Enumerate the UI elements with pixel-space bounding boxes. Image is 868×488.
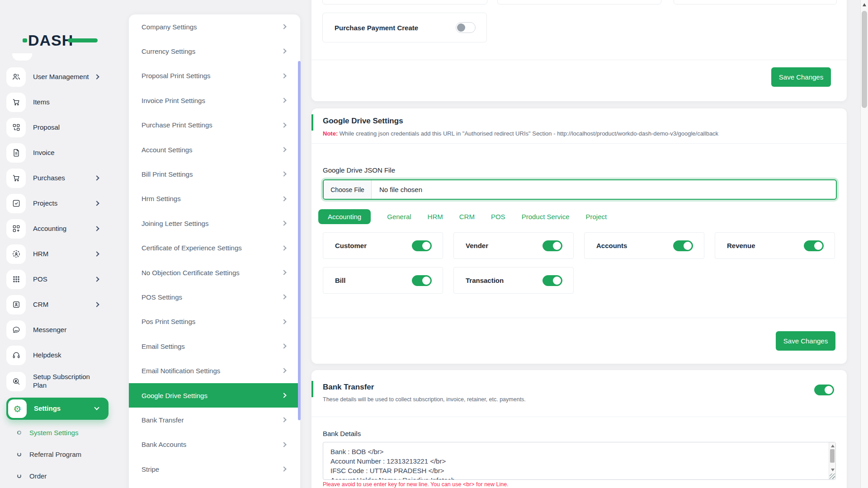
chevron-right-icon [281, 196, 286, 201]
sidebar-subitem-system-settings[interactable]: System Settings [17, 427, 108, 438]
toggle-knob [422, 242, 430, 250]
customer-toggle[interactable] [412, 240, 432, 251]
tab-hrm[interactable]: HRM [428, 213, 443, 221]
sidebar-subitem-label: Order [29, 472, 47, 480]
settings-menu-scrollbar[interactable] [298, 61, 301, 420]
settings-menu-item-bill-print[interactable]: Bill Print Settings [129, 162, 300, 186]
purchase-payment-create-toggle[interactable] [456, 22, 476, 33]
menu-item-label: Company Settings [142, 23, 197, 31]
tab-product-service[interactable]: Product Service [522, 213, 570, 221]
sidebar-item-hrm[interactable]: HRM [6, 244, 108, 264]
settings-menu-item-pos-print[interactable]: Pos Print Settings [129, 310, 300, 334]
app-logo: DASH [28, 32, 91, 49]
sidebar-item-setup-subscription-plan[interactable]: Setup Subscription Plan [6, 369, 108, 394]
toggle-knob [825, 386, 833, 394]
scrollbar-thumb[interactable] [830, 449, 835, 463]
logo-dot-accent [23, 38, 27, 42]
settings-menu-item-hrm[interactable]: Hrm Settings [129, 187, 300, 211]
sidebar-item-purchases[interactable]: Purchases [6, 168, 108, 188]
sidebar-item-proposal[interactable]: Proposal [6, 117, 108, 137]
scroll-up-icon[interactable] [863, 3, 866, 6]
bill-toggle[interactable] [412, 275, 432, 286]
module-toggle-grid: Customer Vender Accounts Revenue Bill Tr… [323, 232, 835, 294]
sidebar-subitem-referral-program[interactable]: Referral Program [17, 449, 108, 460]
resize-grip-icon[interactable] [830, 474, 835, 479]
sidebar-item-label: Messenger [33, 326, 66, 334]
logo-text: DASH [28, 32, 73, 49]
tab-accounting[interactable]: Accounting [318, 209, 371, 224]
check-square-icon [6, 194, 26, 213]
settings-menu-item-currency[interactable]: Currency Settings [129, 39, 300, 63]
textarea-scrollbar[interactable] [829, 442, 835, 479]
sidebar-item-label: Invoice [33, 149, 55, 157]
sidebar-subitem-order[interactable]: Order [17, 470, 108, 481]
section-title: Google Drive Settings [323, 117, 403, 126]
sidebar-item-projects[interactable]: Projects [6, 193, 108, 213]
scroll-up-icon[interactable] [831, 445, 835, 447]
sidebar-item-label: HRM [33, 250, 48, 258]
vender-toggle[interactable] [542, 240, 562, 251]
settings-menu-item-pos[interactable]: POS Settings [129, 285, 300, 309]
users-icon [6, 67, 26, 87]
setting-box [497, 0, 661, 5]
scrollbar-thumb[interactable] [862, 11, 867, 108]
sidebar-item-accounting[interactable]: Accounting [6, 219, 108, 239]
google-drive-json-file-input[interactable]: Choose File No file chosen [323, 179, 837, 200]
module-label: Accounts [596, 242, 627, 249]
scroll-down-icon[interactable] [831, 469, 835, 471]
module-label: Customer [335, 242, 367, 249]
settings-menu-item-no-objection[interactable]: No Objection Certificate Settings [129, 260, 300, 285]
bank-transfer-toggle[interactable] [814, 385, 834, 395]
chevron-right-icon [281, 147, 286, 152]
tab-pos[interactable]: POS [491, 213, 505, 221]
sidebar-item-settings[interactable]: ⚙ Settings [6, 398, 108, 420]
accounts-toggle[interactable] [673, 240, 693, 251]
chevron-right-icon [281, 172, 286, 177]
module-label: Vender [466, 242, 488, 249]
settings-menu-item-invoice-print[interactable]: Invoice Print Settings [129, 88, 300, 113]
sidebar-item-crm[interactable]: CRM [6, 295, 108, 314]
tab-project[interactable]: Project [586, 213, 607, 221]
settings-menu-item-stripe[interactable]: Stripe [129, 457, 300, 481]
toggle-knob [814, 242, 822, 250]
menu-item-label: Hrm Settings [142, 195, 181, 202]
save-changes-button[interactable]: Save Changes [771, 67, 831, 87]
settings-menu-item-company[interactable]: Company Settings [129, 14, 300, 39]
tab-crm[interactable]: CRM [459, 213, 475, 221]
chevron-right-icon [94, 251, 99, 256]
person-dashed-circle-icon [6, 244, 26, 264]
choose-file-button[interactable]: Choose File [324, 180, 372, 199]
sidebar-item-items[interactable]: Items [6, 92, 108, 112]
settings-menu-item-email-notification[interactable]: Email Notification Settings [129, 358, 300, 383]
sidebar-item-label: Settings [34, 404, 61, 413]
divider [311, 60, 847, 60]
page-scrollbar[interactable] [860, 0, 868, 488]
sidebar-item-messenger[interactable]: Messenger [6, 320, 108, 340]
tab-general[interactable]: General [387, 213, 411, 221]
logo-dash-accent [68, 38, 98, 42]
chevron-right-icon [281, 270, 286, 275]
save-changes-button[interactable]: Save Changes [776, 331, 835, 351]
settings-menu-item-google-drive[interactable]: Google Drive Settings [129, 383, 300, 408]
settings-menu-item-account[interactable]: Account Settings [129, 137, 300, 162]
settings-menu-item-bank-transfer[interactable]: Bank Transfer [129, 408, 300, 432]
google-drive-settings-card: Google Drive Settings Note: While creati… [311, 108, 847, 364]
chevron-right-icon [94, 74, 99, 79]
settings-menu-item-certificate-experience[interactable]: Certificate of Experience Settings [129, 236, 300, 260]
sidebar-item-helpdesk[interactable]: Helpdesk [6, 345, 108, 365]
chevron-right-icon [94, 201, 99, 206]
sidebar-item-invoice[interactable]: Invoice [6, 143, 108, 163]
settings-menu-item-joining-letter[interactable]: Joining Letter Settings [129, 211, 300, 235]
section-title: Bank Transfer [323, 383, 374, 392]
transaction-toggle[interactable] [542, 275, 562, 286]
bank-details-textarea[interactable]: Bank : BOB </br> Account Number : 123132… [323, 442, 836, 480]
sidebar-item-user-management[interactable]: User Management [6, 67, 108, 87]
revenue-toggle[interactable] [804, 240, 824, 251]
settings-menu-item-purchase-print[interactable]: Purchase Print Settings [129, 113, 300, 137]
settings-menu-item-email[interactable]: Email Settings [129, 334, 300, 358]
bank-transfer-card: Bank Transfer These details will be used… [311, 370, 847, 488]
settings-menu-item-bank-accounts[interactable]: Bank Accounts [129, 432, 300, 457]
bullet-icon [17, 452, 21, 456]
settings-menu-item-proposal-print[interactable]: Proposal Print Settings [129, 64, 300, 88]
sidebar-item-pos[interactable]: POS [6, 269, 108, 289]
